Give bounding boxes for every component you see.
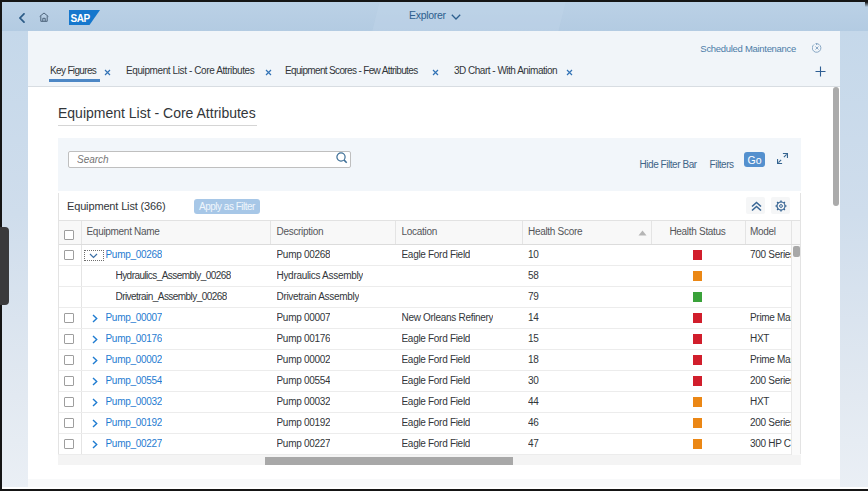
svg-text:SAP: SAP [70, 13, 90, 24]
